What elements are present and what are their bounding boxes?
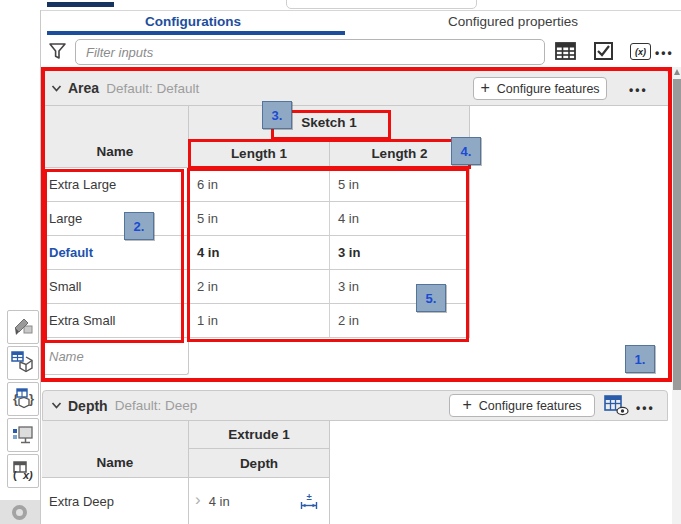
document-tab-accent xyxy=(47,2,114,7)
depth-default-label: Default: Deep xyxy=(115,398,198,413)
sidebar-item-configured-features[interactable]: { } xyxy=(7,382,39,416)
config-cell[interactable]: 6 in xyxy=(189,168,330,202)
config-cell[interactable]: 4 in xyxy=(330,202,470,236)
tab-configurations-underline xyxy=(47,31,345,35)
render-studio-icon xyxy=(11,423,35,447)
depth-configure-features-button[interactable]: + Configure features xyxy=(449,394,595,417)
callout-5: 5. xyxy=(416,284,446,312)
configured-features-icon: { } xyxy=(11,387,35,411)
panel-more-icon[interactable]: ••• xyxy=(655,46,674,60)
config-cell[interactable]: 1 in xyxy=(189,304,330,338)
sidebar-item-feature-expressions[interactable]: x) ( xyxy=(7,454,39,488)
tab-configured-properties[interactable]: Configured properties xyxy=(345,11,681,32)
config-row-name[interactable]: Extra Large xyxy=(42,168,189,202)
config-row-name[interactable]: Extra Small xyxy=(42,304,189,338)
callout-1: 1. xyxy=(625,345,655,373)
area-configure-features-button[interactable]: + Configure features xyxy=(473,77,607,100)
depth-more-icon[interactable]: ••• xyxy=(636,401,655,415)
filter-icon[interactable] xyxy=(47,41,68,62)
depth-param-header: Depth xyxy=(189,449,330,478)
svg-text:x): x) xyxy=(22,469,33,481)
chevron-down-icon[interactable] xyxy=(51,83,62,94)
depth-configure-features-label: Configure features xyxy=(479,399,582,413)
config-cell[interactable]: 5 in xyxy=(189,202,330,236)
chevron-down-icon[interactable] xyxy=(51,400,62,411)
sidebar-item-render[interactable] xyxy=(7,418,39,452)
panel-left-border xyxy=(40,10,41,524)
area-param-header-1: Length 1 xyxy=(189,140,330,168)
config-cell[interactable]: 3 in xyxy=(330,270,470,304)
svg-text:±: ± xyxy=(306,492,311,502)
area-default-label: Default: Default xyxy=(106,81,199,96)
scrollbar-up-arrow[interactable] xyxy=(674,69,680,75)
tab-configurations-label: Configurations xyxy=(145,14,241,29)
config-cell[interactable]: › 4 in ± xyxy=(189,478,330,524)
area-more-icon[interactable]: ••• xyxy=(629,83,648,97)
config-row-name[interactable]: Extra Deep xyxy=(42,478,189,524)
dimension-tolerance-icon[interactable]: ± xyxy=(298,492,320,511)
plus-icon: + xyxy=(480,79,489,97)
area-section-title: Area xyxy=(68,80,99,96)
svg-text:}: } xyxy=(29,391,34,406)
config-row-name[interactable]: Small xyxy=(42,270,189,304)
table-view-icon[interactable] xyxy=(555,42,576,60)
variables-icon[interactable]: (x) xyxy=(630,43,651,60)
area-param-header-2: Length 2 xyxy=(330,140,470,168)
new-config-row-input[interactable]: Name xyxy=(42,338,189,375)
callout-4: 4. xyxy=(451,137,481,165)
configured-features-table-icon[interactable] xyxy=(604,395,629,416)
config-cell[interactable]: 3 in xyxy=(330,236,470,270)
scrollbar-thumb[interactable] xyxy=(673,79,681,390)
area-name-header: Name xyxy=(42,106,189,168)
callout-3: 3. xyxy=(262,101,292,129)
tab-configurations[interactable]: Configurations xyxy=(41,11,345,32)
depth-name-header: Name xyxy=(42,421,189,478)
area-configure-features-label: Configure features xyxy=(497,82,600,96)
configurations-icon xyxy=(11,351,35,375)
plus-icon: + xyxy=(462,396,471,414)
config-cell[interactable]: 4 in xyxy=(189,236,330,270)
checkbox-properties-icon[interactable] xyxy=(594,42,613,60)
sidebar-item-appearance[interactable] xyxy=(7,310,39,344)
config-row-name-default[interactable]: Default xyxy=(42,236,189,270)
variables-icon-glyph: (x) xyxy=(635,47,646,57)
expand-chevron-icon[interactable]: › xyxy=(195,490,201,510)
callout-2: 2. xyxy=(124,212,154,240)
sidebar-item-bottom-tile[interactable] xyxy=(0,500,40,524)
config-cell[interactable]: 2 in xyxy=(189,270,330,304)
ring-icon xyxy=(12,505,27,520)
config-row-name[interactable]: Large xyxy=(42,202,189,236)
filter-input[interactable] xyxy=(75,39,545,65)
area-feature-header: Sketch 1 xyxy=(189,106,470,140)
sidebar-item-configurations[interactable] xyxy=(7,346,39,380)
config-cell[interactable]: 2 in xyxy=(330,304,470,338)
feature-expression-icon: x) ( xyxy=(11,459,35,483)
config-cell[interactable]: 5 in xyxy=(330,168,470,202)
appearance-icon xyxy=(12,316,34,338)
depth-feature-header: Extrude 1 xyxy=(189,421,330,449)
top-cropped-box xyxy=(286,0,477,9)
tab-configured-properties-label: Configured properties xyxy=(448,14,578,29)
depth-section-title: Depth xyxy=(68,398,108,414)
svg-text:(: ( xyxy=(13,469,17,481)
